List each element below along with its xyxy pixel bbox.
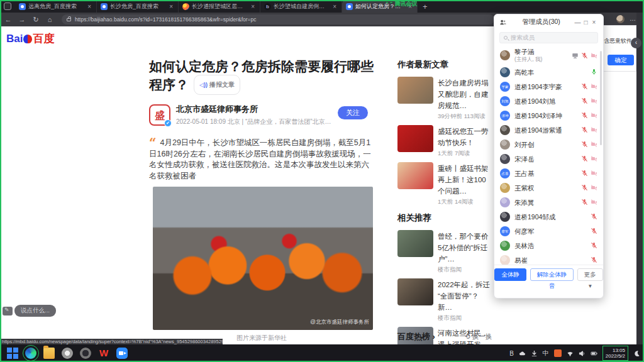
member-row[interactable]: 宋泽岳 — [494, 151, 603, 166]
baidu-logo[interactable]: Bai百度 — [6, 31, 54, 46]
taskbar-wps-icon[interactable]: W — [98, 348, 109, 359]
mute-all-button[interactable]: 全体静音 — [494, 268, 526, 281]
latest-article-item[interactable]: 重磅丨盛廷书架再上新！这100个问题…1天前 14阅读 — [397, 162, 493, 206]
tray-letter-icon[interactable]: B — [509, 350, 514, 357]
new-tab-button[interactable]: + — [423, 2, 428, 11]
tray-meeting-icon[interactable] — [554, 349, 562, 357]
follow-button[interactable]: 关注 — [338, 106, 368, 119]
mic-off-icon[interactable] — [581, 184, 588, 191]
camera-off-icon[interactable] — [591, 126, 597, 133]
taskbar-clock[interactable]: 13:052022/5/2 — [602, 346, 628, 361]
mic-off-icon[interactable] — [581, 199, 588, 206]
refresh-icon[interactable]: ↻ — [30, 16, 42, 24]
broadcast-badge[interactable]: ◁))播报文章 — [194, 75, 240, 95]
camera-off-icon[interactable] — [591, 155, 597, 162]
more-button[interactable]: 更多 ▾ — [577, 268, 603, 281]
member-row[interactable]: 刘开创 — [494, 137, 603, 151]
browser-tab[interactable]: 长沙危房_百度搜索× — [97, 0, 179, 13]
camera-off-icon[interactable] — [591, 52, 597, 59]
address-bar[interactable]: https://baijiahao.baidu.com/s?id=1731618… — [62, 14, 494, 25]
member-row[interactable]: 泽坤道桥1904刘泽坤 — [494, 108, 603, 123]
tab-close-icon[interactable]: × — [250, 3, 256, 10]
mic-off-icon[interactable] — [581, 141, 588, 148]
taskbar-app-icon[interactable] — [80, 348, 91, 359]
browser-tab[interactable]: 长沙通报望城区居民自建房倒塌× — [179, 0, 260, 13]
member-row[interactable]: 高乾丰 — [494, 65, 603, 79]
taskbar-meeting-icon[interactable] — [116, 348, 128, 359]
mic-off-icon[interactable] — [581, 83, 588, 90]
member-row[interactable]: 宇豪道桥1904李宇豪 — [494, 79, 603, 94]
tab-close-icon[interactable]: × — [331, 3, 338, 10]
comment-placeholder[interactable]: 说点什么... — [14, 305, 56, 317]
mic-off-icon[interactable] — [581, 112, 588, 119]
member-row[interactable]: 易崔 — [494, 253, 603, 265]
mic-off-icon[interactable] — [581, 155, 588, 162]
battery-icon[interactable] — [591, 350, 597, 357]
latest-article-item[interactable]: 盛廷祝您五一劳动节快乐！1天前 7阅读 — [397, 125, 493, 158]
member-row[interactable]: 刘旭道桥1904刘旭 — [494, 94, 603, 108]
screen-share-icon[interactable] — [572, 52, 579, 59]
camera-off-icon[interactable] — [591, 97, 597, 104]
camera-off-icon[interactable] — [591, 184, 597, 191]
article-photo[interactable]: @北京市盛廷律师事务所 — [153, 187, 373, 330]
panel-maximize-button[interactable]: □ — [582, 19, 590, 26]
back-icon[interactable]: ← — [3, 16, 14, 23]
member-row[interactable]: 朱添翼 — [494, 195, 603, 209]
camera-off-icon[interactable] — [591, 83, 597, 90]
start-button[interactable] — [7, 348, 18, 359]
latest-article-item[interactable]: 长沙自建房坍塌又酿悲剧，自建房规范…39分钟前 113阅读 — [397, 77, 493, 121]
author-avatar[interactable]: 盛 — [149, 104, 170, 126]
comment-bar[interactable]: 说点什么... — [3, 305, 56, 317]
browser-menu-icon[interactable]: … — [630, 15, 636, 22]
mic-off-icon[interactable] — [591, 228, 597, 234]
panel-minimize-button[interactable]: — — [574, 19, 582, 26]
mic-off-icon[interactable] — [591, 213, 597, 220]
notification-ok-button[interactable]: 确定 — [608, 55, 634, 65]
browser-tab[interactable]: b长沙望城自建房倒塌事故已救出× — [260, 0, 342, 13]
camera-off-icon[interactable] — [591, 199, 597, 206]
taskbar-browser2-icon[interactable] — [62, 348, 73, 359]
member-row[interactable]: 占基王占基 — [494, 166, 603, 180]
member-row[interactable]: 彦军何彦军 — [494, 224, 603, 238]
mic-off-icon[interactable] — [591, 256, 597, 263]
wifi-icon[interactable] — [567, 350, 574, 357]
camera-off-icon[interactable] — [591, 170, 597, 177]
tab-close-icon[interactable]: × — [86, 3, 92, 10]
mic-off-icon[interactable] — [581, 97, 588, 104]
member-search-input[interactable]: 搜索成员 — [499, 32, 598, 43]
taskbar-explorer-icon[interactable] — [43, 348, 55, 359]
moon-icon[interactable] — [633, 350, 640, 357]
member-row[interactable]: 吴林浩 — [494, 238, 603, 253]
collapse-chevron-icon[interactable]: ‹ — [631, 38, 641, 48]
mic-off-icon[interactable] — [581, 170, 588, 177]
browser-profile-avatar[interactable] — [616, 15, 625, 23]
mic-off-icon[interactable] — [591, 242, 597, 249]
browser-tab[interactable]: 远离危房_百度搜索× — [15, 0, 97, 13]
forward-icon[interactable]: → — [16, 16, 28, 23]
taskbar-edge-icon[interactable] — [25, 348, 36, 359]
member-row[interactable]: 道桥1904游紫通 — [494, 123, 603, 137]
hot-list-link[interactable]: 百度热榜 › — [397, 331, 435, 343]
member-list-scrollbar[interactable] — [600, 51, 602, 145]
related-article-item[interactable]: 曾经，那个要价5亿补偿的“拆迁户”…楼市指闻 — [397, 230, 493, 274]
cloud-icon[interactable] — [519, 350, 526, 357]
input-method-indicator[interactable]: 中 — [543, 349, 549, 358]
member-row[interactable]: 王紫权 — [494, 180, 603, 195]
download-icon[interactable] — [531, 350, 538, 357]
mic-off-icon[interactable] — [581, 52, 588, 59]
camera-off-icon[interactable] — [591, 141, 597, 148]
tab-actions-icon[interactable] — [4, 3, 11, 10]
unmute-all-button[interactable]: 解除全体静音 — [530, 268, 573, 281]
mic-off-icon[interactable] — [581, 126, 588, 133]
camera-off-icon[interactable] — [591, 112, 597, 119]
tab-close-icon[interactable]: × — [168, 3, 174, 10]
volume-icon[interactable] — [579, 350, 586, 357]
member-row[interactable]: 道桥1904邹成 — [494, 209, 603, 224]
home-icon[interactable]: ⌂ — [44, 16, 55, 23]
member-row[interactable]: 黎子涵(主持人, 我) — [494, 46, 603, 65]
related-article-item[interactable]: 2022年起，拆迁“全面暂停”？新…楼市指闻 — [397, 278, 493, 322]
panel-close-button[interactable]: × — [590, 19, 598, 26]
author-name[interactable]: 北京市盛廷律师事务所 — [176, 104, 333, 115]
mic-on-icon[interactable] — [591, 69, 597, 75]
refresh-list-button[interactable]: ⟲ 换一换 — [465, 332, 492, 341]
